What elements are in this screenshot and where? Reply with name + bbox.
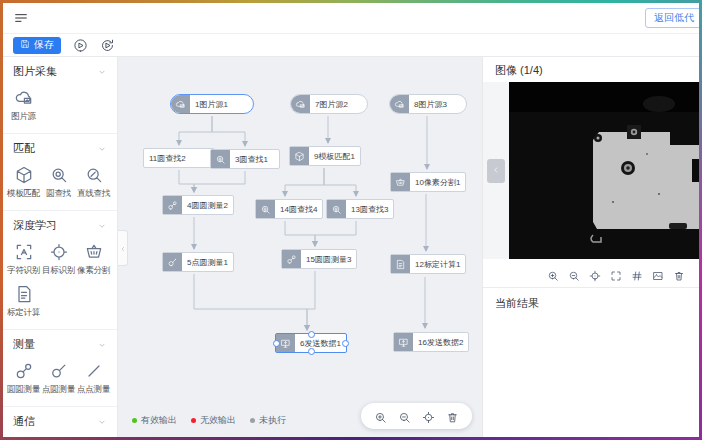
flow-node-n10[interactable]: 10像素分割1 — [390, 172, 466, 192]
tool-item[interactable]: 模板匹配 — [6, 165, 41, 200]
tool-item[interactable]: 点圆测量 — [41, 361, 76, 396]
chevron-down-icon[interactable] — [97, 67, 107, 77]
target-icon — [49, 242, 69, 262]
cube-icon — [14, 165, 34, 185]
flow-node-n16[interactable]: 16发送数据2 — [393, 332, 469, 352]
zoom-out-icon[interactable] — [568, 268, 580, 280]
locate-icon[interactable] — [589, 268, 601, 280]
node-handle-top[interactable] — [308, 331, 315, 338]
flow-node-n4[interactable]: 4圆圆测量2 — [162, 195, 234, 215]
flow-node-label: 3圆查找1 — [230, 154, 273, 165]
node-handle-left[interactable] — [273, 340, 280, 347]
send-icon — [394, 333, 413, 351]
zoom-in-icon[interactable] — [547, 268, 559, 280]
legend-item: 无效输出 — [191, 414, 236, 427]
camera-image — [509, 82, 699, 259]
tool-item[interactable]: 字符识别 — [6, 242, 41, 277]
locate-icon[interactable] — [422, 410, 435, 423]
tool-item[interactable]: 标定计算 — [6, 284, 41, 319]
tool-item[interactable]: 直线查找 — [76, 165, 111, 200]
section-title-label: 通信 — [13, 414, 35, 429]
zoom-out-icon[interactable] — [398, 410, 411, 423]
legend-label: 有效输出 — [141, 414, 177, 427]
tool-sidebar: 图片采集 图片源 匹配 模板匹配 圆查找 直线查找 深度学习 — [3, 57, 118, 437]
run-continuous-button[interactable] — [100, 38, 115, 53]
node-handle-bottom[interactable] — [308, 348, 315, 355]
section-title[interactable]: 测量 — [3, 330, 117, 354]
point-circle-icon — [49, 361, 69, 381]
tool-item[interactable]: 目标识别 — [41, 242, 76, 277]
image-panel-title: 图像 (1/4) — [483, 57, 699, 82]
flow-node-n13[interactable]: 13圆查找3 — [326, 199, 394, 219]
zoom-in-icon[interactable] — [374, 410, 387, 423]
circle-circle-icon — [14, 361, 34, 381]
flow-node-n15[interactable]: 15圆圆测量3 — [281, 249, 357, 269]
run-button[interactable] — [73, 38, 88, 53]
app-window: 返回低代 保存 图片采集 图片源 匹配 模板匹配 圆查找 — [3, 3, 699, 437]
run-loop-icon — [100, 41, 115, 56]
chevron-down-icon[interactable] — [97, 221, 107, 231]
trash-icon[interactable] — [446, 410, 459, 423]
tool-item[interactable]: 点点测量 — [76, 361, 111, 396]
tool-item[interactable]: 图片源 — [6, 88, 41, 123]
flow-node-n5[interactable]: 5点圆测量1 — [162, 252, 234, 272]
current-results-title: 当前结果 — [483, 288, 699, 319]
prev-image-button[interactable] — [487, 159, 505, 183]
flow-node-n11[interactable]: 11圆查找2 — [143, 148, 215, 168]
sidebar-section-3: 深度学习 字符识别 目标识别 像素分割 标定计算 — [3, 211, 117, 330]
ocr-icon — [14, 242, 34, 262]
fullscreen-icon[interactable] — [610, 268, 622, 280]
menu-icon[interactable] — [13, 10, 29, 26]
tool-item[interactable]: 圆查找 — [41, 165, 76, 200]
section-items — [3, 431, 117, 437]
section-title[interactable]: 匹配 — [3, 134, 117, 158]
flow-node-label: 14圆查找4 — [275, 204, 322, 215]
flow-node-n14[interactable]: 14圆查找4 — [255, 199, 323, 219]
section-title[interactable]: 深度学习 — [3, 211, 117, 235]
status-legend: 有效输出 无效输出 未执行 — [132, 414, 286, 427]
section-title-label: 匹配 — [13, 141, 35, 156]
panel-collapse-handle[interactable] — [118, 230, 128, 266]
back-to-lowcode-button[interactable]: 返回低代 — [645, 8, 699, 28]
flow-node-n9[interactable]: 9模板匹配1 — [289, 146, 361, 166]
cloud-icon — [14, 88, 34, 108]
flow-node-label: 1图片源1 — [190, 99, 233, 110]
export-image-icon[interactable] — [652, 268, 664, 280]
flow-node-n8[interactable]: 8图片源3 — [389, 94, 467, 114]
section-items: 圆圆测量 点圆测量 点点测量 — [3, 354, 117, 402]
chevron-down-icon[interactable] — [97, 417, 107, 427]
flow-node-label: 9模板匹配1 — [309, 151, 360, 162]
tool-item-label: 图片源 — [11, 111, 36, 123]
flow-canvas[interactable]: 有效输出 无效输出 未执行 1图片源17图片源28图片源311圆查找23圆查找1… — [118, 57, 482, 437]
chevron-down-icon[interactable] — [97, 144, 107, 154]
tool-item[interactable]: 圆圆测量 — [6, 361, 41, 396]
flow-node-label: 15圆圆测量3 — [301, 254, 356, 265]
flow-node-n12[interactable]: 12标定计算1 — [390, 254, 466, 274]
main-body: 图片采集 图片源 匹配 模板匹配 圆查找 直线查找 深度学习 — [3, 57, 699, 437]
circle-find-icon — [256, 200, 275, 218]
canvas-zoom-toolbar — [361, 403, 472, 429]
tool-item-label: 像素分割 — [77, 265, 110, 277]
flow-node-n7[interactable]: 7图片源2 — [290, 94, 368, 114]
trash-icon[interactable] — [673, 268, 685, 280]
section-title[interactable]: 图片采集 — [3, 57, 117, 81]
flow-node-n1[interactable]: 1图片源1 — [170, 94, 254, 114]
grid-icon[interactable] — [631, 268, 643, 280]
legend-label: 无效输出 — [200, 414, 236, 427]
flow-node-label: 5点圆测量1 — [182, 257, 233, 268]
circle-find-icon — [49, 165, 69, 185]
doc-calc-icon — [14, 284, 34, 304]
flow-node-n6[interactable]: 6发送数据1 — [275, 333, 347, 353]
cloud-icon — [171, 95, 190, 113]
tool-item[interactable]: 像素分割 — [76, 242, 111, 277]
flow-node-n3[interactable]: 3圆查找1 — [210, 149, 280, 169]
chevron-down-icon[interactable] — [97, 340, 107, 350]
point-circle-icon — [163, 253, 182, 271]
section-title[interactable]: 通信 — [3, 407, 117, 431]
save-button[interactable]: 保存 — [13, 37, 61, 54]
node-handle-right[interactable] — [342, 340, 349, 347]
line-find-icon — [84, 165, 104, 185]
flow-node-label: 6发送数据1 — [295, 338, 346, 349]
segment-icon — [391, 173, 410, 191]
cloud-icon — [390, 95, 409, 113]
